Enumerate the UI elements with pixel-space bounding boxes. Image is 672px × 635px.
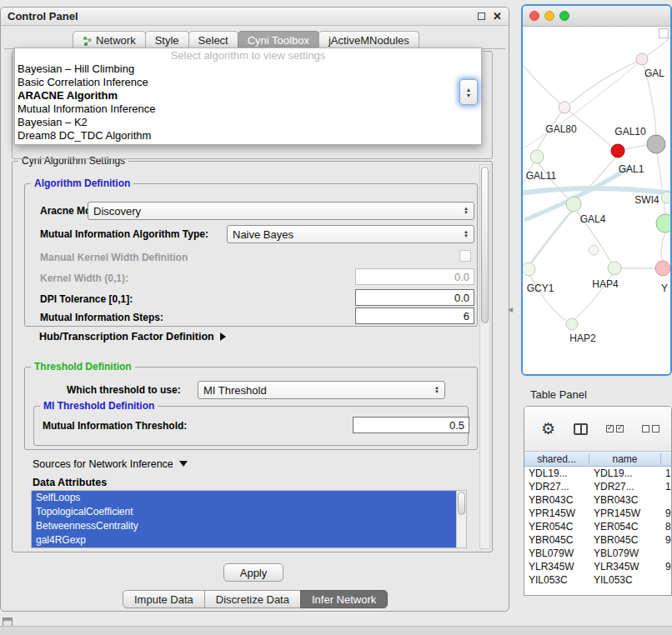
scrollbar-thumb[interactable] [458, 492, 465, 515]
network-node[interactable] [589, 245, 599, 255]
mi-threshold-input[interactable] [353, 417, 469, 433]
table-row[interactable]: YPR145WYPR145W9. [524, 507, 671, 520]
column-header-name[interactable]: name [589, 453, 661, 465]
table-cell: YBR043C [589, 494, 661, 506]
mi-steps-input[interactable] [355, 308, 474, 324]
manual-kernel-label: Manual Kernel Width Definition [40, 252, 188, 263]
tab-cyni-toolbox[interactable]: Cyni Toolbox [238, 31, 319, 49]
column-layout-icon[interactable] [574, 423, 588, 435]
table-cell: YBR043C [524, 494, 589, 506]
network-node[interactable] [656, 214, 670, 232]
data-attributes-list[interactable]: SelfLoopsTopologicalCoefficientBetweenne… [31, 490, 467, 548]
gear-icon[interactable]: ⚙ [541, 421, 555, 437]
table-row[interactable]: YBR043CYBR043C [524, 493, 671, 507]
table-cell: YBR045C [524, 534, 589, 546]
table-body: YDL19...YDL19...13YDR27...YDR27...12YBR0… [524, 467, 671, 587]
focused-spinner-button[interactable]: ▲▼ [459, 79, 478, 105]
column-header-shared-name[interactable]: shared... [524, 453, 589, 465]
table-row[interactable]: YDL19...YDL19...13 [524, 467, 671, 480]
list-item[interactable]: BetweennessCentrality [32, 519, 466, 533]
which-threshold-label: Which threshold to use: [67, 384, 181, 396]
which-threshold-select[interactable]: MI Threshold ▲▼ [198, 381, 445, 399]
algorithm-option[interactable]: Mutual Information Inference [15, 102, 481, 116]
table-row[interactable]: YLR345WYLR345W9. [524, 560, 671, 573]
dpi-tolerance-input[interactable] [355, 289, 474, 306]
network-node[interactable] [523, 262, 535, 276]
tab-style[interactable]: Style [145, 31, 189, 49]
network-scrollbar-corner[interactable] [659, 28, 669, 38]
table-row[interactable]: YBL079WYBL079W [524, 547, 671, 560]
table-row[interactable]: YER054CYER054C8. [524, 520, 671, 533]
mi-algorithm-type-select[interactable]: Naive Bayes ▲▼ [227, 225, 474, 243]
network-node[interactable] [608, 262, 621, 275]
apply-button[interactable]: Apply [223, 563, 283, 582]
table-panel-window: ⚙ shared... name YDL19...YDL19...13YDR27… [524, 406, 672, 596]
table-row[interactable]: YDR27...YDR27...12 [524, 480, 671, 493]
zoom-window-icon[interactable] [559, 11, 569, 21]
mi-threshold-label: Mutual Information Threshold: [43, 420, 187, 432]
algorithm-option[interactable]: Basic Correlation Inference [15, 76, 481, 89]
list-item[interactable]: SelfLoops [32, 491, 466, 505]
cyni-algorithm-settings-group: Cyni Algorithm Settings Algorithm Defini… [12, 161, 493, 552]
tab-impute-data[interactable]: Impute Data [123, 590, 205, 608]
list-item[interactable]: TopologicalCoefficient [32, 505, 466, 519]
network-node[interactable] [566, 197, 581, 212]
chevron-updown-icon: ▲▼ [464, 207, 469, 215]
node-label: GAL4 [580, 213, 606, 225]
group-title: MI Threshold Definition [40, 400, 158, 412]
chevron-right-icon [220, 332, 226, 341]
network-edge [523, 60, 564, 108]
hub-tf-definition-toggle[interactable]: Hub/Transcription Factor Definition [39, 331, 226, 342]
close-panel-icon[interactable]: ✕ [493, 12, 502, 21]
settings-scrollbar[interactable] [479, 164, 490, 549]
tab-network[interactable]: Network [73, 31, 146, 49]
close-window-icon[interactable] [529, 11, 539, 21]
network-canvas[interactable]: GALGAL80GAL10GAL1GAL11SWI4GAL4GCY1HAP4HA… [523, 27, 670, 374]
group-title: Algorithm Definition [31, 178, 133, 189]
network-node[interactable] [661, 192, 670, 203]
network-node[interactable] [559, 102, 570, 113]
node-label: GAL [644, 68, 664, 79]
deselect-all-checkbox-icon[interactable] [642, 425, 659, 432]
table-cell: YLR345W [589, 561, 661, 572]
sources-toggle[interactable]: Sources for Network Inference [33, 458, 188, 470]
scrollbar-thumb[interactable] [481, 167, 489, 323]
network-node[interactable] [611, 144, 624, 158]
titlebar-buttons: ✕ [478, 12, 502, 21]
group-title: Threshold Definition [31, 361, 135, 372]
control-panel-titlebar: Control Panel ✕ [1, 8, 509, 26]
algorithm-option[interactable]: ARACNE Algorithm [15, 89, 481, 102]
status-bar [0, 626, 672, 635]
table-cell: YDR27... [589, 481, 661, 492]
table-cell: YDL19... [589, 468, 661, 479]
split-pane-collapse-icon[interactable]: ◂ [508, 303, 513, 315]
aracne-mode-select[interactable]: Discovery ▲▼ [88, 202, 474, 220]
table-cell: YIL053C [589, 574, 661, 586]
tab-jactivemnodules[interactable]: jActiveMNodules [318, 31, 419, 49]
tab-discretize-data[interactable]: Discretize Data [204, 590, 301, 608]
network-node[interactable] [566, 318, 578, 330]
select-all-checkbox-icon[interactable] [606, 425, 624, 432]
data-attributes-label: Data Attributes [33, 477, 107, 488]
tab-bar: Network Style Select Cyni Toolbox jActiv… [73, 31, 419, 49]
algorithm-option[interactable]: Bayesian – Hill Climbing [15, 62, 481, 76]
minimize-window-icon[interactable] [544, 11, 554, 21]
network-node[interactable] [636, 53, 648, 65]
mi-type-label: Mutual Information Algorithm Type: [40, 228, 208, 240]
tab-select[interactable]: Select [188, 31, 238, 49]
algorithm-option[interactable]: Dream8 DC_TDC Algorithm [15, 129, 481, 142]
tab-infer-network[interactable]: Infer Network [300, 590, 388, 608]
network-node[interactable] [530, 150, 544, 163]
list-item[interactable]: gal4RGexp [32, 533, 466, 548]
node-label: HAP2 [569, 332, 596, 344]
algorithm-option[interactable]: Bayesian – K2 [15, 116, 481, 129]
network-node[interactable] [647, 135, 665, 153]
table-row[interactable]: YBR045CYBR045C9. [524, 533, 671, 547]
network-node[interactable] [655, 261, 670, 276]
kernel-width-input[interactable] [355, 268, 474, 285]
table-row[interactable]: YIL053CYIL053C [524, 573, 671, 587]
attributes-scrollbar[interactable] [456, 491, 466, 548]
float-window-icon[interactable] [478, 12, 485, 20]
table-cell: YPR145W [589, 508, 661, 519]
manual-kernel-checkbox[interactable] [459, 250, 471, 262]
